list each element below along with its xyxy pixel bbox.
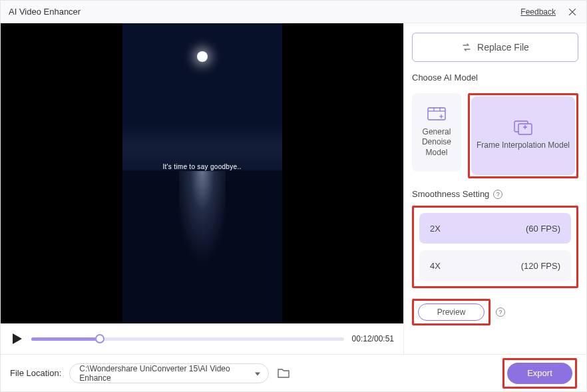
- smoothness-4x[interactable]: 4X (120 FPS): [419, 250, 571, 281]
- progress-fill: [31, 337, 100, 341]
- swap-icon: [461, 42, 472, 53]
- replace-file-button[interactable]: Replace File: [412, 33, 578, 62]
- player-bar: 00:12/00:51: [1, 323, 403, 354]
- smoothness-section-label: Smoothness Setting ?: [412, 189, 578, 199]
- preview-button[interactable]: Preview: [418, 303, 485, 321]
- moon-reflection: [179, 171, 226, 323]
- file-location-label: File Location:: [10, 368, 61, 378]
- model-section-label: Choose AI Model: [412, 73, 578, 83]
- video-preview-area: It's time to say goodbye..: [1, 23, 403, 323]
- smoothness-help-icon[interactable]: ?: [493, 190, 502, 199]
- video-caption: It's time to say goodbye..: [122, 163, 282, 170]
- highlight-smoothness: 2X (60 FPS) 4X (120 FPS): [412, 206, 578, 288]
- play-button[interactable]: [10, 332, 23, 345]
- window-title: AI Video Enhancer: [9, 7, 81, 17]
- model-general-denoise[interactable]: General Denoise Model: [412, 93, 461, 172]
- model-frame-interpolation[interactable]: Frame Interpolation Model: [471, 97, 575, 175]
- left-pane: It's time to say goodbye.. 00:12/00:51: [1, 23, 404, 354]
- preview-row: Preview ?: [412, 299, 578, 325]
- smoothness-4x-mult: 4X: [430, 261, 441, 271]
- interpolation-icon: [514, 120, 532, 135]
- file-location-value: C:\Wondershare UniConverter 15\AI Video …: [79, 364, 248, 383]
- replace-file-label: Replace File: [477, 42, 529, 53]
- preview-help-icon[interactable]: ?: [496, 307, 505, 317]
- moon-graphic: [197, 51, 208, 62]
- close-icon: [568, 7, 577, 17]
- export-button[interactable]: Export: [507, 363, 572, 384]
- smoothness-label-text: Smoothness Setting: [412, 189, 489, 199]
- app-window: AI Video Enhancer Feedback It's time to …: [0, 0, 587, 392]
- feedback-link[interactable]: Feedback: [520, 7, 556, 17]
- folder-icon: [277, 367, 290, 379]
- close-button[interactable]: [566, 6, 578, 18]
- progress-bar[interactable]: [31, 337, 344, 341]
- highlight-frame-model: Frame Interpolation Model: [468, 93, 578, 178]
- progress-thumb[interactable]: [95, 334, 104, 343]
- smoothness-2x-mult: 2X: [430, 224, 441, 234]
- smoothness-2x-fps: (60 FPS): [526, 224, 560, 234]
- video-frame: It's time to say goodbye..: [122, 23, 282, 323]
- model-cards: General Denoise Model Frame Interpolatio…: [412, 93, 578, 178]
- highlight-export: Export: [502, 358, 577, 389]
- smoothness-2x[interactable]: 2X (60 FPS): [419, 213, 571, 244]
- highlight-preview: Preview: [412, 299, 490, 325]
- content: It's time to say goodbye.. 00:12/00:51: [1, 23, 586, 354]
- svg-rect-0: [428, 108, 445, 120]
- time-display: 00:12/00:51: [352, 334, 394, 343]
- right-panel: Replace File Choose AI Model General Den…: [404, 23, 586, 354]
- titlebar: AI Video Enhancer Feedback: [1, 1, 586, 23]
- smoothness-4x-fps: (120 FPS): [521, 261, 560, 271]
- model-frame-label: Frame Interpolation Model: [477, 140, 570, 151]
- open-folder-button[interactable]: [277, 367, 290, 379]
- play-icon: [10, 332, 23, 345]
- file-location-select[interactable]: C:\Wondershare UniConverter 15\AI Video …: [69, 363, 269, 383]
- footer: File Location: C:\Wondershare UniConvert…: [1, 354, 586, 391]
- denoise-icon: [427, 107, 446, 122]
- model-general-label: General Denoise Model: [417, 127, 456, 158]
